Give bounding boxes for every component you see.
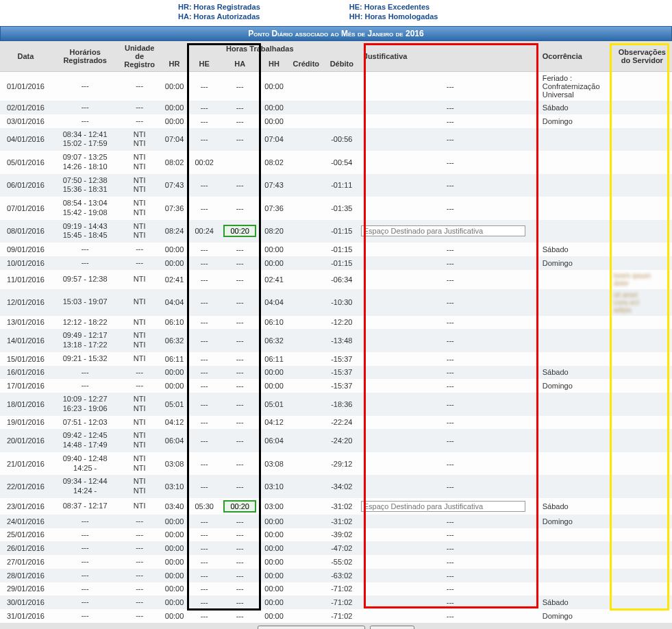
cell-horarios: 07:50 - 12:3815:36 - 18:31 (51, 174, 119, 197)
cell-ocorrencia: Domingo (541, 256, 612, 270)
cell-he: --- (188, 528, 220, 542)
cell-unidade: NTINTI (119, 429, 160, 452)
cell-justificativa: --- (360, 379, 541, 393)
cell-observacoes (612, 475, 672, 498)
cell-ha: --- (220, 416, 260, 430)
th-ha: HA (220, 56, 260, 72)
cell-ha: --- (220, 595, 260, 609)
cell-data: 19/01/2016 (0, 416, 51, 430)
cell-data: 29/01/2016 (0, 582, 51, 596)
cell-justificativa: --- (360, 393, 541, 416)
cell-debito (324, 101, 360, 114)
cell-data: 24/01/2016 (0, 515, 51, 528)
cell-debito: -71:02 (324, 582, 360, 596)
cell-he: --- (188, 352, 220, 366)
cell-horarios: 10:09 - 12:2716:23 - 19:06 (51, 393, 119, 416)
cell-observacoes: lorem ipsumdolor (612, 270, 672, 289)
cell-ha: --- (220, 352, 260, 366)
cell-unidade: --- (119, 366, 160, 380)
cell-debito: -31:02 (324, 515, 360, 528)
cell-hh: 07:36 (260, 197, 288, 220)
cell-debito: -10:30 (324, 289, 360, 316)
th-unidade: Unidade de Registro (119, 41, 160, 72)
cell-he: --- (188, 515, 220, 528)
table-row: 16/01/2016------00:00------00:00-15:37--… (0, 366, 672, 380)
cell-observacoes (612, 393, 672, 416)
cell-hh: 02:41 (260, 270, 288, 289)
cell-credito (288, 289, 324, 316)
table-row: 04/01/201608:34 - 12:4115:02 - 17:59NTIN… (0, 128, 672, 151)
cell-justificativa: --- (360, 114, 541, 128)
cell-data: 02/01/2016 (0, 101, 51, 114)
legend-hh: HH: Horas Homologadas (349, 12, 438, 21)
cell-credito (288, 498, 324, 515)
ha-input[interactable] (223, 500, 256, 513)
cell-ocorrencia (541, 197, 612, 220)
cell-credito (288, 114, 324, 128)
cell-ocorrencia (541, 316, 612, 330)
cell-unidade: --- (119, 256, 160, 270)
cell-observacoes (612, 128, 672, 151)
cell-ocorrencia: Domingo (541, 609, 612, 623)
cell-horarios: 09:57 - 12:38 (51, 270, 119, 289)
cell-justificativa: --- (360, 256, 541, 270)
cell-observacoes (612, 174, 672, 197)
voltar-button[interactable]: << Voltar (370, 626, 414, 629)
cell-credito (288, 475, 324, 498)
cell-hr: 00:00 (160, 515, 189, 528)
cell-data: 27/01/2016 (0, 555, 51, 569)
legend-he: HE: Horas Excedentes (349, 3, 438, 11)
cell-horarios: 15:03 - 19:07 (51, 289, 119, 316)
cell-hh: 00:00 (260, 243, 288, 256)
autorizar-button[interactable]: Autorizar Horas Excedentes (258, 626, 365, 629)
cell-debito: -01:15 (324, 220, 360, 243)
ha-input[interactable] (223, 225, 256, 237)
cell-justificativa (360, 498, 541, 515)
cell-hr: 07:43 (160, 174, 189, 197)
cell-debito (324, 114, 360, 128)
cell-debito: -15:37 (324, 366, 360, 380)
cell-hh: 00:00 (260, 101, 288, 114)
table-row: 29/01/2016------00:00------00:00-71:02--… (0, 582, 672, 596)
cell-ha: --- (220, 569, 260, 582)
cell-data: 26/01/2016 (0, 541, 51, 555)
cell-hr: 02:41 (160, 270, 189, 289)
cell-hr: 00:00 (160, 379, 189, 393)
cell-debito: -06:34 (324, 270, 360, 289)
justificativa-input[interactable] (361, 501, 525, 512)
cell-unidade: --- (119, 555, 160, 569)
cell-unidade: --- (119, 595, 160, 609)
cell-horarios: 09:21 - 15:32 (51, 352, 119, 366)
cell-hh: 00:00 (260, 256, 288, 270)
cell-horarios: --- (51, 569, 119, 582)
cell-ocorrencia: Domingo (541, 379, 612, 393)
cell-credito (288, 366, 324, 380)
cell-unidade: --- (119, 515, 160, 528)
page-wrapper: HR: Horas Registradas HA: Horas Autoriza… (0, 0, 672, 629)
th-horarios: Horários Registrados (51, 41, 119, 72)
cell-hh: 00:00 (260, 528, 288, 542)
cell-unidade: --- (119, 243, 160, 256)
cell-credito (288, 582, 324, 596)
cell-ocorrencia (541, 416, 612, 430)
cell-data: 18/01/2016 (0, 393, 51, 416)
cell-unidade: NTINTI (119, 174, 160, 197)
cell-hh: 00:00 (260, 582, 288, 596)
table-row: 15/01/201609:21 - 15:32NTI06:11------06:… (0, 352, 672, 366)
cell-debito: -15:37 (324, 379, 360, 393)
table-row: 30/01/2016------00:00------00:00-71:02--… (0, 595, 672, 609)
cell-ocorrencia (541, 151, 612, 174)
cell-ocorrencia (541, 289, 612, 316)
justificativa-input[interactable] (361, 225, 525, 236)
cell-ocorrencia (541, 270, 612, 289)
cell-he: --- (188, 329, 220, 352)
cell-he: --- (188, 114, 220, 128)
cell-unidade: NTI (119, 289, 160, 316)
cell-justificativa: --- (360, 352, 541, 366)
cell-horarios: 09:49 - 12:1713:18 - 17:22 (51, 329, 119, 352)
cell-justificativa: --- (360, 595, 541, 609)
cell-hh: 08:20 (260, 220, 288, 243)
cell-he: --- (188, 243, 220, 256)
cell-data: 07/01/2016 (0, 197, 51, 220)
cell-ha: --- (220, 243, 260, 256)
